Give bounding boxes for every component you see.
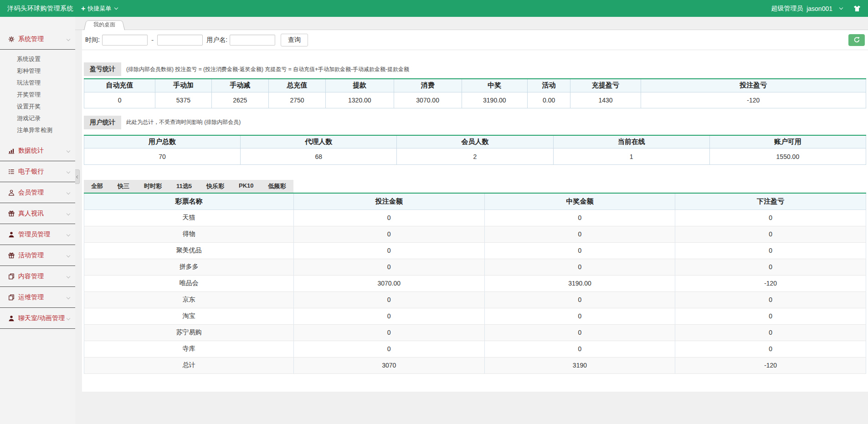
stat-value: 5375: [155, 92, 212, 108]
profit-section-title: 盈亏统计: [84, 62, 121, 76]
range-separator: -: [151, 36, 154, 44]
stat-value: 1320.00: [326, 92, 394, 108]
sidebar-item-admins[interactable]: 管理员管理: [0, 224, 75, 245]
search-toolbar: 时间: - 用户名: 查询: [82, 30, 868, 50]
table-row: 天猫000: [84, 209, 866, 226]
lottery-name: 淘宝: [84, 308, 294, 324]
sidebar: 系统管理系统设置彩种管理玩法管理开奖管理设置开奖游戏记录注单异常检测数据统计电子…: [0, 17, 75, 424]
sidebar-item-content[interactable]: 内容管理: [0, 266, 75, 287]
lottery-name: 得物: [84, 226, 294, 242]
sidebar-collapse-handle[interactable]: [75, 169, 80, 184]
sidebar-nav: 系统管理系统设置彩种管理玩法管理开奖管理设置开奖游戏记录注单异常检测数据统计电子…: [0, 29, 75, 329]
sidebar-subitem[interactable]: 设置开奖: [0, 101, 75, 112]
cell-value: 0: [675, 259, 866, 275]
cell-value: 0: [675, 291, 866, 308]
lottery-name: 寺库: [84, 341, 294, 357]
column-header: 中奖: [462, 79, 527, 92]
chevron-down-icon: [67, 253, 70, 257]
chevron-down-icon: [67, 37, 70, 41]
chevron-down-icon: [67, 169, 70, 173]
sidebar-item-activities[interactable]: 活动管理: [0, 245, 75, 266]
column-header: 当前在线: [553, 135, 709, 148]
users-section-title: 用户统计: [84, 116, 121, 129]
sidebar-subitem[interactable]: 彩种管理: [0, 65, 75, 77]
cell-value: 0: [675, 226, 866, 242]
table-row: 寺库000: [84, 341, 866, 357]
copy-icon: [8, 294, 15, 301]
time-start-input[interactable]: [102, 35, 148, 46]
lottery-category-tabs: 全部快三时时彩11选5快乐彩PK10低频彩: [84, 180, 293, 193]
stat-value: 1: [553, 148, 709, 165]
sidebar-item-data-stats[interactable]: 数据统计: [0, 140, 75, 161]
chevron-down-icon: [114, 5, 118, 9]
username: jason001: [806, 5, 832, 12]
lottery-tab-0[interactable]: 全部: [84, 180, 110, 193]
cell-value: 3190.00: [484, 275, 675, 291]
table-row: 淘宝000: [84, 308, 866, 324]
sidebar-item-members[interactable]: 会员管理: [0, 182, 75, 203]
cell-value: 0: [675, 209, 866, 226]
sidebar-item-chatroom[interactable]: 聊天室/动画管理: [0, 308, 75, 329]
username-input[interactable]: [230, 35, 275, 46]
sidebar-item-ops[interactable]: 运维管理: [0, 287, 75, 308]
chevron-down-icon: [839, 5, 843, 9]
lottery-tab-2[interactable]: 时时彩: [137, 180, 169, 193]
cell-value: 0: [484, 341, 675, 357]
sidebar-item-system[interactable]: 系统管理: [0, 29, 75, 50]
lottery-name: 天猫: [84, 209, 294, 226]
cell-value: 0: [484, 209, 675, 226]
sidebar-subitem[interactable]: 系统设置: [0, 53, 75, 65]
refresh-button[interactable]: [848, 34, 865, 46]
user-menu[interactable]: 超级管理员 jason001: [771, 5, 842, 13]
sidebar-group-content: 内容管理: [0, 266, 75, 287]
lottery-name: 苏宁易购: [84, 324, 294, 341]
tab-my-desktop[interactable]: 我的桌面: [84, 19, 125, 30]
column-header: 会员人数: [397, 135, 553, 148]
sidebar-subitem[interactable]: 注单异常检测: [0, 124, 75, 136]
sidebar-item-label: 管理员管理: [18, 230, 50, 239]
lottery-tab-4[interactable]: 快乐彩: [199, 180, 231, 193]
sidebar-item-label: 会员管理: [18, 189, 44, 197]
user-role: 超级管理员: [771, 5, 803, 13]
sidebar-subitem[interactable]: 游戏记录: [0, 112, 75, 124]
lottery-name: 总计: [84, 357, 294, 373]
table-row: 05375262527501320.003070.003190.000.0014…: [84, 92, 866, 108]
sidebar-subitem[interactable]: 开奖管理: [0, 89, 75, 101]
lottery-tab-1[interactable]: 快三: [110, 180, 137, 193]
sidebar-item-e-bank[interactable]: 电子银行: [0, 161, 75, 182]
topbar-right: 超级管理员 jason001: [771, 5, 868, 13]
chevron-down-icon: [67, 190, 70, 194]
table-row: 聚美优品000: [84, 242, 866, 259]
column-header: 消费: [394, 79, 462, 92]
profit-table: 自动充值手动加手动减总充值提款消费中奖活动充提盈亏投注盈亏05375262527…: [84, 78, 866, 108]
content-panel: 时间: - 用户名: 查询 盈亏统计 (排除内部会员数据) 投注盈亏 = (投注…: [82, 30, 868, 392]
chevron-down-icon: [67, 316, 70, 320]
cell-value: 0: [293, 242, 484, 259]
query-button[interactable]: 查询: [281, 34, 308, 46]
sidebar-subitem[interactable]: 玩法管理: [0, 77, 75, 89]
quick-menu-button[interactable]: + 快捷菜单: [81, 5, 118, 13]
gift-icon: [8, 210, 15, 217]
sidebar-item-live-video[interactable]: 真人视讯: [0, 203, 75, 224]
user-filled-icon: [8, 315, 15, 322]
cell-value: 0: [293, 291, 484, 308]
gift-icon: [8, 252, 15, 259]
chevron-down-icon: [67, 274, 70, 278]
cell-value: 0: [675, 308, 866, 324]
lottery-tab-6[interactable]: 低频彩: [261, 180, 293, 193]
column-header: 自动充值: [84, 79, 155, 92]
lottery-tab-5[interactable]: PK10: [231, 180, 261, 193]
sidebar-item-label: 真人视讯: [18, 209, 44, 218]
lottery-tab-3[interactable]: 11选5: [169, 180, 199, 193]
cell-value: 0: [293, 209, 484, 226]
cell-value: 3070: [293, 357, 484, 373]
table-row: 总计30703190-120: [84, 357, 866, 373]
cell-value: 0: [293, 324, 484, 341]
sidebar-group-e-bank: 电子银行: [0, 161, 75, 182]
column-header: 用户总数: [84, 135, 241, 148]
users-section-header: 用户统计 此处为总计，不受查询时间影响 (排除内部会员): [84, 116, 866, 129]
sidebar-item-label: 内容管理: [18, 272, 44, 281]
time-end-input[interactable]: [157, 35, 203, 46]
theme-button[interactable]: [853, 5, 861, 12]
cell-value: 0: [484, 291, 675, 308]
